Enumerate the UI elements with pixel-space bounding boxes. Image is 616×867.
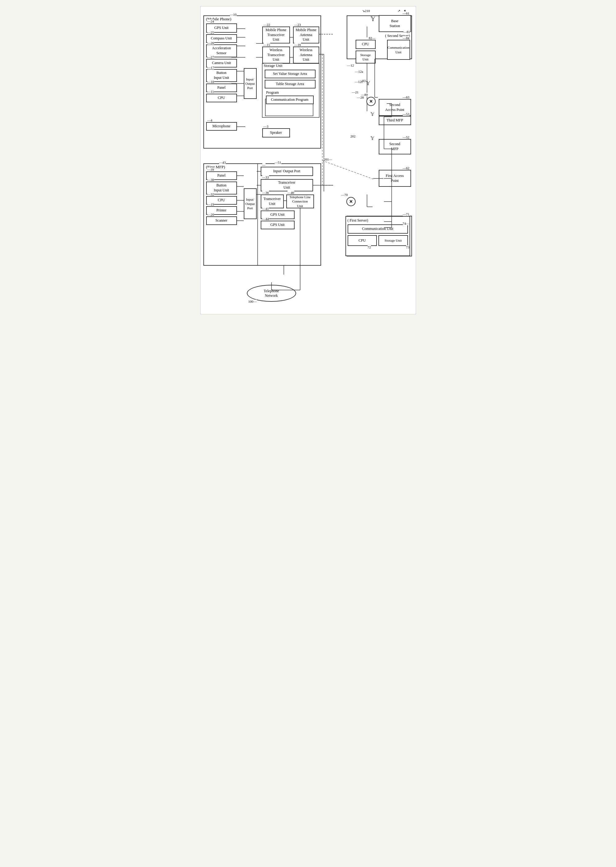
indicator-box: GPS Unit: [261, 221, 295, 229]
accel-ref: —26: [207, 41, 214, 45]
fs-storage-ref: 73: [406, 245, 410, 249]
ss-cpu-ref: 82—: [369, 36, 376, 40]
modem-ref: —36: [262, 191, 269, 195]
fs-cpu-box: CPU: [347, 235, 377, 246]
comm-program-box: Communication Program: [266, 96, 314, 104]
mfp-io-port-box: Input/OutputPort: [244, 188, 257, 219]
mobile-antenna-ref: —23: [294, 23, 301, 27]
mfp-panel-ref: —39: [207, 168, 214, 171]
panel-ref: —18: [207, 80, 214, 83]
ref-70: —70: [341, 193, 348, 196]
base-station-ref: —61: [403, 11, 410, 15]
camera-ref: —27: [207, 55, 214, 59]
second-mfp-box: SecondMFP: [379, 139, 411, 154]
mfp-storage-box: Input/ Output Port: [261, 167, 313, 176]
first-ap-box: First AccessPoint: [379, 170, 411, 187]
mfp-button-ref: —38: [207, 178, 214, 182]
speaker-ref: —3: [264, 124, 269, 128]
printer-ref: —19: [207, 203, 214, 206]
indicator-ref: —44: [262, 217, 269, 221]
program-label: Program: [266, 90, 279, 95]
scanner-box: Scanner: [206, 216, 237, 225]
ref-83: 83: [362, 79, 366, 83]
mobile-phone-ref: —10: [230, 13, 237, 16]
fs-cpu-ref: 72: [368, 245, 371, 249]
antenna-2mfp: 𝕐: [371, 135, 374, 141]
wireless-antenna-box: WirelessAntennaUnit: [293, 47, 319, 63]
first-server-ref: —71: [403, 212, 410, 216]
third-mfp-box: Third MFP: [379, 116, 411, 125]
program-ref: —21: [352, 90, 359, 94]
compass-ref: —25: [207, 30, 214, 34]
wireless-antenna-ref: —16: [294, 43, 301, 47]
speaker-box: Speaker: [262, 128, 290, 137]
table-storage-box: Table Storage Area: [265, 80, 316, 88]
ref-80: —80: [361, 93, 368, 96]
modem-box: Transceiver Unit: [261, 195, 284, 208]
ss-cpu-box: CPU: [356, 40, 376, 49]
set-value-box: Set Value Storage Area: [265, 70, 316, 78]
storage-unit-label: Storage Unit: [264, 63, 283, 68]
fs-comm-ref: 74—: [403, 221, 410, 225]
gps-ref: —24: [207, 19, 214, 23]
mobile-transceiver-ref: —22: [264, 23, 270, 27]
first-ap-ref: —62: [403, 166, 410, 170]
mfp-cpu-ref: —32: [207, 192, 214, 196]
ref-fig1-arrow: ↗: [398, 9, 400, 13]
microphone-box: Microphone: [206, 122, 237, 131]
table-storage-ref: —12b: [355, 80, 363, 83]
antenna-3mfp: 𝕐: [371, 111, 374, 117]
ref-210: ↘210: [362, 9, 370, 13]
svg-line-44: [322, 160, 373, 179]
wireless-transceiver-box: WirelessTransceiverUnit: [262, 47, 290, 63]
button-ref: —17: [207, 66, 214, 69]
antenna-bs: 𝕐: [371, 15, 375, 22]
diagram-container: 1 ↗ (Mobile Phone) —10 GPS Unit —24 Comp…: [200, 6, 416, 314]
tel-line-ref: —40: [288, 191, 294, 195]
ref-51: —51: [275, 160, 281, 164]
mfp-transceiver-ref: —33: [262, 175, 269, 179]
second-server-ref: —81: [403, 30, 410, 34]
ref-202: 202: [350, 134, 356, 138]
io-port-box: Input/OutputPort: [244, 68, 257, 99]
antenna-2ap: 𝕐: [366, 80, 370, 86]
mfp-transceiver-box: TransceiverUnit: [261, 179, 313, 192]
first-mfp-ref: —43: [219, 160, 226, 164]
mobile-transceiver-box: Mobile PhoneTransceiverUnit: [262, 27, 290, 44]
wireless-transceiver-ref: —15: [264, 43, 270, 47]
tel-line-box: Telephone LineConnectionUnit: [286, 195, 314, 208]
base-station-box: BaseStation: [379, 15, 411, 32]
mfp-storage-ref: —: [262, 163, 266, 167]
mobile-antenna-box: Mobile PhoneAntennaUnit: [293, 27, 319, 44]
cpu-ref: —11: [207, 90, 214, 93]
ss-storage-box: StorageUnit: [356, 50, 376, 63]
ss-comm-ref: —84: [403, 36, 410, 40]
scanner-ref: —20: [207, 213, 214, 216]
first-server-outer: ( First Server) Communication Unit CPU S…: [346, 216, 410, 256]
cross-circle-1: ✕: [366, 97, 376, 106]
second-mfp-ref: —52: [403, 135, 410, 139]
cpu-box: CPU: [206, 94, 237, 102]
fs-storage-box: Storage Unit: [379, 235, 408, 246]
set-value-ref: —12a: [355, 70, 363, 73]
ref-201: 201—: [324, 157, 333, 161]
microphone-ref: —4: [207, 118, 213, 122]
storage-ref: —12: [347, 63, 354, 67]
telephone-network-box: TelephoneNetwork: [247, 285, 296, 302]
ss-comm-box: CommunicationUnit: [387, 40, 410, 60]
third-mfp-ref: —53: [403, 112, 410, 116]
fs-comm-box: Communication Unit: [347, 225, 408, 234]
mfp-gps-ref: —41: [262, 207, 269, 210]
tel-network-ref: 100—: [248, 300, 257, 303]
cross-circle-2: ✕: [346, 197, 356, 206]
second-ap-ref: —63: [403, 95, 410, 99]
